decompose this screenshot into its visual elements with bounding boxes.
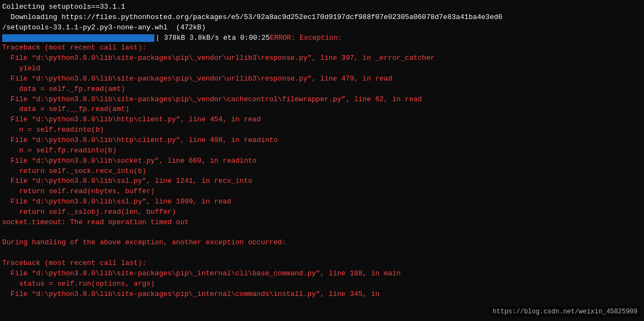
terminal-line: File “d:\python3.8.0\lib\ssl.py”, line 1… [0,176,644,187]
terminal-line: socket.timeout: The read operation timed… [0,218,644,228]
terminal-line: File “d:\python3.8.0\lib\ssl.py”, line 1… [0,197,644,207]
progress-bar-line: | 378kB 3.8kB/s eta 0:00:25 ERROR: Excep… [0,33,644,44]
watermark: https://blog.csdn.net/weixin_45825909 [491,307,640,317]
terminal-line: data = self._fp.read(amt) [0,84,644,95]
error-suffix: ERROR: Exception: [270,33,342,44]
terminal-line: File “d:\python3.8.0\lib\socket.py”, lin… [0,156,644,166]
terminal-line [0,248,644,258]
terminal-line: File “d:\python3.8.0\lib\site-packages\p… [0,95,644,105]
terminal-line: /setuptools-33.1.1-py2.py3-none-any.whl … [0,23,644,33]
terminal-line: File “d:\python3.8.0\lib\http\client.py”… [0,135,644,146]
terminal-line: File “d:\python3.8.0\lib\site-packages\p… [0,289,644,300]
terminal-line: File “d:\python3.8.0\lib\http\client.py”… [0,115,644,125]
progress-info: | 378kB 3.8kB/s eta 0:00:25 [155,33,270,44]
terminal-line: data = self.__fp.read(amt) [0,104,644,115]
terminal-line: status = self.run(options, args) [0,279,644,289]
terminal-line: n = self.readinto(b) [0,125,644,135]
terminal-line: yield [0,64,644,74]
terminal-line: Traceback (most recent call last): [0,43,644,53]
terminal-line: n = self.fp.readinto(b) [0,146,644,156]
terminal-line: Downloading https://files.pythonhosted.o… [0,13,644,23]
terminal-line: File “d:\python3.8.0\lib\site-packages\p… [0,74,644,84]
terminal-window: Collecting setuptools==33.1.1 Downloadin… [0,0,644,321]
terminal-line: return self._sock.recv_into(b) [0,166,644,177]
terminal-line [0,228,644,238]
terminal-line: File “d:\python3.8.0\lib\site-packages\p… [0,53,644,64]
terminal-line: During handling of the above exception, … [0,238,644,248]
terminal-line: Collecting setuptools==33.1.1 [0,2,644,13]
progress-bar [2,34,154,42]
terminal-line: Traceback (most recent call last): [0,258,644,269]
terminal-line: File “d:\python3.8.0\lib\site-packages\p… [0,269,644,279]
terminal-line: return self._sslobj.read(len, buffer) [0,207,644,218]
terminal-line: return self.read(nbytes, buffer) [0,187,644,197]
